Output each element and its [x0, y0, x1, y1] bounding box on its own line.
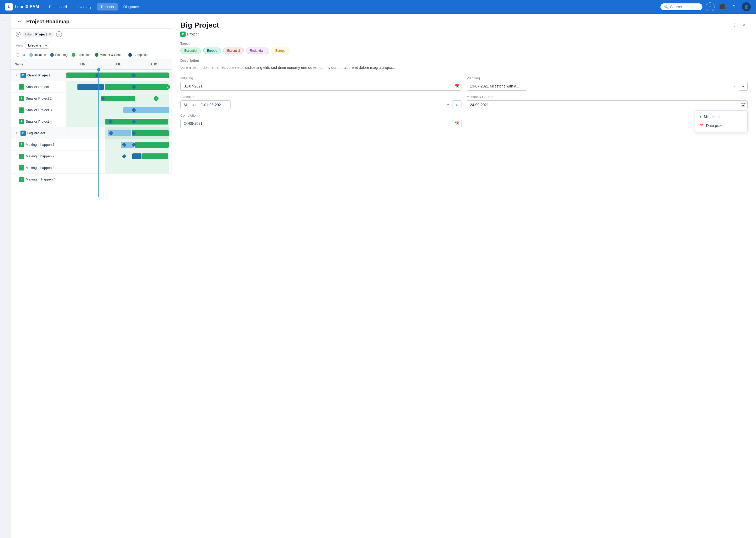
right-panel: Big Project ⬡ ✕ P Project Tags Essential… — [172, 14, 756, 538]
bar-s1-green[interactable] — [105, 84, 168, 90]
nav-right: 🔍 Search + ⬛ ? 👤 — [660, 2, 751, 11]
tag-essential-2[interactable]: Essential — [223, 48, 244, 54]
detail-header: Big Project ⬡ ✕ — [180, 21, 748, 29]
completion-input[interactable] — [180, 119, 461, 128]
badge-smaller-2: P — [19, 96, 24, 101]
collapse-big-project[interactable]: ▾ — [15, 131, 19, 135]
planning-select-wrap: 13-07-2021 Milestone with a... — [467, 82, 737, 91]
gantt-name-cell-big: ▾ P Big Project — [11, 131, 64, 136]
tag-europe-2[interactable]: Europe — [271, 48, 290, 54]
timeline-row-grand[interactable] — [64, 70, 172, 81]
timeline-row-smaller-3[interactable] — [64, 104, 172, 116]
gantt-row-making-2: P Making it happen 2 — [11, 150, 64, 162]
execution-input-wrap: Milestone C 01-08-2021 ♦ — [180, 100, 461, 109]
legend-completion-dot — [128, 53, 132, 57]
gantt-row-making-3: P Making it happen 3 — [11, 162, 64, 174]
tag-redundant[interactable]: Redundant — [246, 48, 269, 54]
timeline-row-big[interactable] — [64, 128, 172, 139]
complete-icon-s2: ✓ — [154, 96, 159, 101]
row-name-smaller-4[interactable]: Smaller Project 4 — [26, 120, 52, 124]
execution-select[interactable]: Milestone C 01-08-2021 — [180, 100, 231, 109]
legend-execution: Execution — [72, 53, 91, 57]
monitor-dropdown: ♦ Milestones 📅 Date picker — [695, 110, 748, 132]
execution-select-wrap: Milestone C 01-08-2021 — [180, 100, 451, 109]
nav-dashboard[interactable]: Dashboard — [45, 3, 71, 11]
execution-milestone-btn[interactable]: ♦ — [452, 100, 461, 109]
row-name-big-project[interactable]: Big Project — [27, 131, 45, 135]
timeline-row-smaller-2[interactable]: ✓ — [64, 93, 172, 104]
tag-essential-1[interactable]: Essential — [180, 48, 201, 54]
sidebar-toggle: ☰ — [0, 14, 11, 538]
row-name-making-1[interactable]: Making it happen 1 — [26, 143, 55, 146]
clear-filter-button[interactable]: ✕ — [16, 32, 21, 36]
legend-initiation-dot — [29, 53, 33, 57]
badge-grand-project: P — [21, 73, 26, 78]
view-select[interactable]: Lifecycle — [25, 42, 49, 49]
dropdown-milestones[interactable]: ♦ Milestones — [695, 112, 747, 121]
bar-big-green[interactable] — [132, 130, 169, 136]
back-button[interactable]: ← — [16, 18, 23, 25]
gantt-names-header: Name — [11, 59, 64, 70]
nav-reports[interactable]: Reports — [97, 3, 118, 11]
nav-diagrams[interactable]: Diagrams — [120, 3, 143, 11]
gantt-name-cell-grand: ▾ P Grand Project — [11, 73, 64, 78]
gantt-row-making-1: P Making it happen 1 — [11, 139, 64, 150]
add-filter-button[interactable]: + — [56, 31, 62, 37]
timeline-row-making-2[interactable] — [64, 150, 172, 162]
row-name-making-4[interactable]: Making in happen 4 — [26, 177, 55, 181]
row-name-grand-project[interactable]: Grand Project — [27, 73, 50, 77]
bar-m1-green[interactable] — [135, 142, 169, 148]
badge-making-3: P — [19, 165, 24, 171]
gantt-row-grand-project: ▾ P Grand Project — [11, 70, 64, 81]
bar-s3-lightblue[interactable] — [123, 107, 169, 113]
dropdown-datepicker[interactable]: 📅 Date picker — [695, 121, 747, 130]
timeline-row-making-1[interactable] — [64, 139, 172, 150]
row-name-making-3[interactable]: Making it happen 3 — [26, 166, 55, 170]
timeline-row-smaller-4[interactable] — [64, 116, 172, 128]
timeline-row-smaller-1[interactable]: ✓ — [64, 81, 172, 93]
description-section-label: Description — [180, 59, 748, 63]
row-name-smaller-1[interactable]: Smaller Project 1 — [26, 85, 52, 89]
collapse-grand-project[interactable]: ▾ — [15, 74, 19, 77]
bar-s2-green[interactable] — [101, 96, 135, 101]
dashed-line-s2 — [134, 98, 134, 109]
row-name-smaller-2[interactable]: Smaller Project 2 — [26, 96, 52, 100]
gantt-row-smaller-3: P Smaller Project 3 — [11, 104, 64, 116]
legend-monitor: Monitor & Control — [95, 53, 124, 57]
planning-milestone-btn[interactable]: ♦ — [739, 82, 748, 91]
main-layout: ☰ ← Project Roadmap ✕ Filter: Project ✕ … — [0, 14, 756, 538]
initiating-input[interactable] — [180, 82, 461, 91]
field-execution: Execution Milestone C 01-08-2021 ♦ — [180, 95, 461, 109]
gantt-name-cell-s3: P Smaller Project 3 — [11, 107, 64, 113]
badge-making-4: P — [19, 177, 24, 182]
help-icon[interactable]: ? — [730, 2, 739, 11]
bar-m2-green[interactable] — [142, 153, 168, 159]
user-avatar[interactable]: 👤 — [742, 2, 751, 11]
monitor-input-wrap: 📅 — [467, 100, 748, 109]
external-link-button[interactable]: ⬡ — [731, 21, 738, 28]
bar-grand-project[interactable] — [67, 73, 169, 78]
add-button[interactable]: + — [706, 2, 715, 11]
bar-s1-blue[interactable] — [77, 84, 104, 90]
row-name-making-2[interactable]: Making it happen 2 — [26, 154, 55, 158]
timeline-row-making-4[interactable] — [64, 174, 172, 185]
app-logo[interactable]: L LeanIX EAM — [5, 3, 39, 11]
legend-planning-dot — [50, 53, 54, 57]
monitor-input[interactable] — [467, 100, 748, 109]
tag-europe-1[interactable]: Europe — [203, 48, 221, 54]
close-button[interactable]: ✕ — [740, 21, 748, 28]
remove-filter-tag[interactable]: ✕ — [49, 32, 51, 36]
planning-select[interactable]: 13-07-2021 Milestone with a... — [467, 82, 527, 91]
timeline-row-making-3[interactable] — [64, 162, 172, 174]
bar-m2-blue[interactable] — [132, 153, 141, 159]
left-panel: ← Project Roadmap ✕ Filter: Project ✕ + … — [11, 14, 172, 538]
bar-s4-green[interactable] — [105, 119, 168, 125]
row-name-smaller-3[interactable]: Smaller Project 3 — [26, 108, 52, 112]
initiating-label: Initiating — [180, 76, 461, 80]
notifications-icon[interactable]: ⬛ — [718, 2, 727, 11]
toggle-sidebar-button[interactable]: ☰ — [2, 19, 8, 25]
search-icon: 🔍 — [664, 5, 669, 9]
nav-inventory[interactable]: Inventory — [73, 3, 95, 11]
search-box[interactable]: 🔍 Search — [660, 3, 702, 10]
field-monitor: Monitor & Control 📅 ♦ Milestones 📅 Date … — [467, 95, 748, 109]
